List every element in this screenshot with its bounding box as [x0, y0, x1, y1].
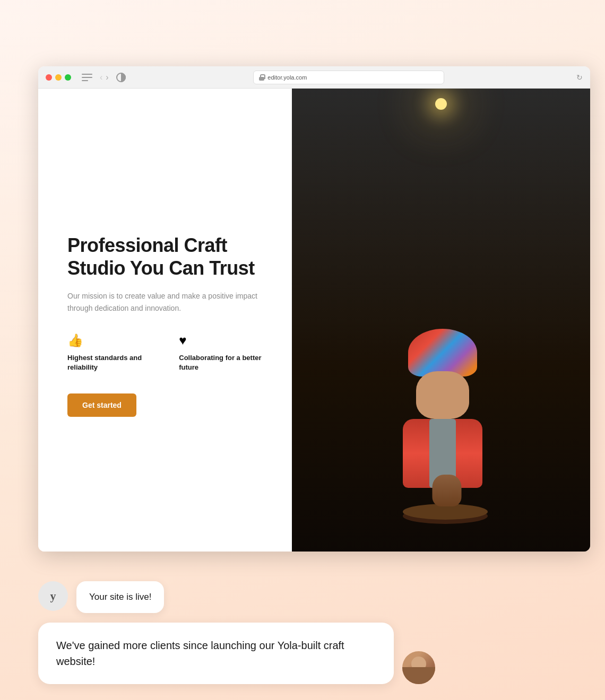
website-content: Professional Craft Studio You Can Trust … [38, 89, 590, 552]
chat-bubble-2: We've gained more clients since launchin… [38, 623, 394, 684]
potter-face [416, 371, 469, 419]
minimize-button[interactable] [55, 74, 62, 81]
potter-hat [408, 329, 477, 377]
nav-arrows: ‹ › [100, 73, 109, 82]
refresh-icon[interactable]: ↻ [576, 73, 583, 82]
user-avatar [402, 651, 435, 684]
pottery-scene [292, 89, 590, 552]
thumbs-up-icon: 👍 [67, 333, 153, 348]
browser-titlebar: ‹ › editor.yola.com ↻ [38, 66, 590, 89]
url-text: editor.yola.com [267, 74, 307, 81]
features-row: 👍 Highest standards and reliability ♥ Co… [67, 333, 263, 372]
forward-arrow[interactable]: › [106, 73, 108, 82]
lock-icon [259, 74, 264, 81]
address-bar[interactable]: editor.yola.com [253, 71, 444, 84]
back-arrow[interactable]: ‹ [100, 73, 102, 82]
maximize-button[interactable] [65, 74, 71, 81]
chat-row-1: y Your site is live! [38, 581, 590, 613]
feature-item-1: 👍 Highest standards and reliability [67, 333, 153, 372]
browser-window: ‹ › editor.yola.com ↻ Professional Craft… [38, 66, 590, 552]
brightness-icon [116, 73, 126, 82]
potter-figure [403, 329, 482, 488]
feature-item-2: ♥ Collaborating for a better future [179, 333, 263, 372]
ceiling-light [435, 98, 447, 110]
clay-pot [433, 475, 462, 506]
hero-description: Our mission is to create value and make … [67, 290, 263, 314]
chat-row-2: We've gained more clients since launchin… [38, 623, 590, 684]
sidebar-toggle-icon[interactable] [82, 74, 92, 81]
chat-bubble-1: Your site is live! [76, 581, 164, 613]
traffic-lights [46, 74, 71, 81]
feature-2-label: Collaborating for a better future [179, 353, 263, 372]
close-button[interactable] [46, 74, 52, 81]
feature-1-label: Highest standards and reliability [67, 353, 153, 372]
yola-avatar: y [38, 581, 68, 611]
hero-title: Professional Craft Studio You Can Trust [67, 234, 263, 279]
chat-section: y Your site is live! We've gained more c… [38, 581, 590, 684]
hero-image-panel [292, 89, 590, 552]
heart-icon: ♥ [179, 333, 263, 348]
hero-left-panel: Professional Craft Studio You Can Trust … [38, 89, 292, 552]
get-started-button[interactable]: Get started [67, 393, 136, 417]
